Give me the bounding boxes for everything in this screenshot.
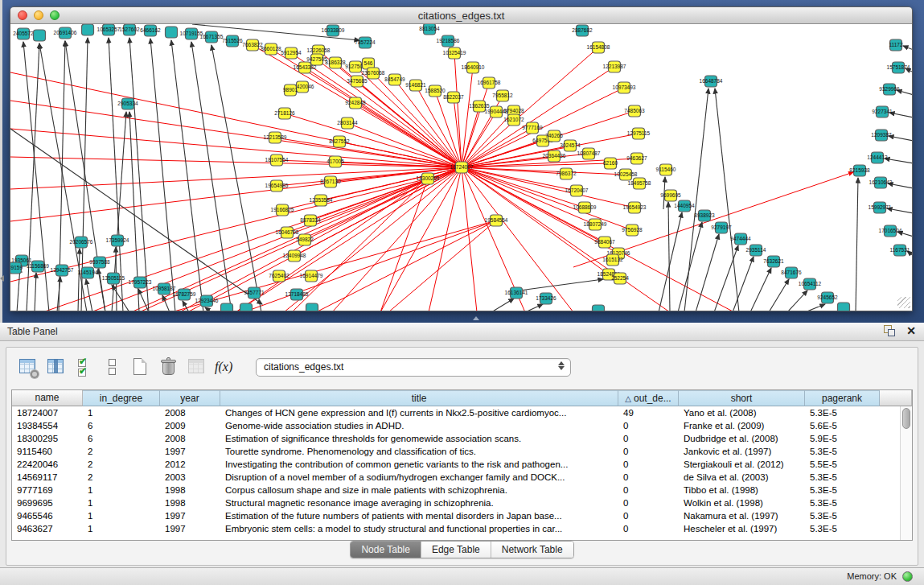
citation-edge-black[interactable] xyxy=(35,273,36,311)
graph-node[interactable]: 9474444 xyxy=(730,233,751,245)
citation-edge-red[interactable] xyxy=(462,167,626,175)
table-row[interactable]: 1938455462009Genome-wide association stu… xyxy=(12,419,900,432)
citation-edge-black[interactable] xyxy=(162,295,170,311)
left-splitter-strip[interactable] xyxy=(0,0,2,323)
graph-node[interactable]: 9463627 xyxy=(626,153,647,164)
graph-node[interactable] xyxy=(221,303,233,311)
graph-node[interactable]: 19218586 xyxy=(437,35,460,47)
graph-node[interactable]: 1167531 xyxy=(890,245,910,256)
citation-edge-black[interactable] xyxy=(805,304,825,311)
zoom-icon[interactable] xyxy=(50,10,60,20)
column-header-in_degree[interactable]: in_degree xyxy=(83,390,160,406)
graph-node[interactable]: 18807249 xyxy=(584,219,607,230)
graph-node[interactable]: 15992971 xyxy=(869,202,892,213)
column-header-title[interactable]: title xyxy=(220,390,618,406)
graph-node[interactable]: 1621072 xyxy=(503,114,524,126)
graph-node[interactable]: 7986372 xyxy=(556,168,577,179)
graph-node[interactable]: 16720407 xyxy=(565,185,589,196)
graph-node[interactable]: 62160 xyxy=(603,158,618,169)
graph-node[interactable]: 16033809 xyxy=(322,25,345,36)
citation-edge-black[interactable] xyxy=(525,304,543,311)
graph-node[interactable]: 19654985 xyxy=(265,180,289,192)
citation-edge-red[interactable] xyxy=(10,129,462,167)
citation-edge-black[interactable] xyxy=(787,290,807,311)
graph-node[interactable]: 9227341 xyxy=(872,106,893,117)
graph-node[interactable]: 39159 xyxy=(10,262,23,274)
citation-edge-black[interactable] xyxy=(856,178,858,311)
table-vertical-scrollbar[interactable] xyxy=(900,406,912,540)
citation-edge-black[interactable] xyxy=(696,234,719,311)
graph-node[interactable]: 9756928 xyxy=(622,225,643,236)
table-selector-dropdown[interactable]: citations_edges.txt xyxy=(256,358,571,377)
graph-node[interactable]: 11172 xyxy=(889,39,902,51)
graph-node[interactable]: 9329966 xyxy=(879,84,900,95)
graph-node[interactable]: 3475685 xyxy=(347,76,368,87)
graph-node[interactable]: 8878334 xyxy=(300,215,321,226)
graph-node[interactable]: 1209387 xyxy=(871,130,892,141)
citation-edge-black[interactable] xyxy=(903,46,913,50)
graph-node[interactable] xyxy=(240,303,253,311)
column-header-short[interactable]: short xyxy=(679,390,805,406)
scrollbar-thumb[interactable] xyxy=(902,408,910,429)
citation-edge-black[interactable] xyxy=(714,245,738,311)
citation-edge-black[interactable] xyxy=(78,249,80,311)
graph-node[interactable]: 16154808 xyxy=(587,42,610,53)
table-row[interactable]: 969969511998Structural magnetic resonanc… xyxy=(12,496,900,509)
graph-node[interactable]: 16914479 xyxy=(300,270,323,282)
graph-node[interactable]: 18640910 xyxy=(462,62,485,73)
graph-node[interactable]: 9242848 xyxy=(345,97,366,109)
graph-node[interactable]: 17957223 xyxy=(129,277,152,288)
graph-node[interactable]: 9115460 xyxy=(656,164,676,175)
table-row[interactable]: 1872400712008Changes of HCN gene express… xyxy=(12,406,900,419)
citation-edge-black[interactable] xyxy=(491,299,514,311)
tab-edge-table[interactable]: Edge Table xyxy=(421,542,491,558)
citation-edge-black[interactable] xyxy=(769,279,789,311)
graph-node[interactable]: 1588520 xyxy=(425,85,446,97)
graph-node[interactable]: 1615132 xyxy=(602,254,623,266)
graph-node[interactable]: 16671355 xyxy=(200,31,224,43)
citation-edge-red[interactable] xyxy=(332,167,462,311)
splitter-grip-icon[interactable] xyxy=(473,316,479,320)
citation-edge-black[interactable] xyxy=(885,159,913,163)
graph-node[interactable]: 16782759 xyxy=(173,289,196,300)
graph-node[interactable]: 8215938 xyxy=(849,165,870,176)
citation-edge-red[interactable] xyxy=(388,220,496,311)
graph-node[interactable]: 1527602 xyxy=(119,24,140,35)
graph-node[interactable]: 19654923 xyxy=(623,202,647,213)
citation-edge-black[interactable] xyxy=(205,307,211,311)
graph-node[interactable]: 16961758 xyxy=(478,77,501,89)
graph-node[interactable]: 10325419 xyxy=(443,47,466,59)
graph-node[interactable]: 11156869 xyxy=(27,261,49,272)
graph-node[interactable]: 252254 xyxy=(611,273,629,284)
graph-node[interactable]: 16648784 xyxy=(700,76,723,87)
citation-edge-black[interactable] xyxy=(519,279,603,290)
citation-edge-black[interactable] xyxy=(715,89,739,311)
tab-network-table[interactable]: Network Table xyxy=(491,542,573,558)
function-builder-icon[interactable]: f(x) xyxy=(215,356,239,377)
graph-node[interactable]: 17359924 xyxy=(106,235,129,246)
citation-edge-red[interactable] xyxy=(236,167,462,311)
column-header-out_de[interactable]: △out_de... xyxy=(618,390,679,406)
graph-node[interactable]: 3024574 xyxy=(560,140,581,151)
graph-node[interactable] xyxy=(306,303,318,311)
graph-node[interactable]: 2803144 xyxy=(337,117,358,129)
graph-node[interactable]: 6466162 xyxy=(140,25,161,36)
citation-edge-red[interactable] xyxy=(10,157,462,167)
graph-node[interactable]: 2887682 xyxy=(572,25,593,36)
graph-node[interactable]: 746266 xyxy=(545,130,563,142)
graph-node[interactable]: 8938923 xyxy=(694,210,715,221)
citation-edge-black[interactable] xyxy=(171,40,203,311)
collapse-arrow-icon[interactable] xyxy=(0,275,4,282)
delete-table-icon[interactable] xyxy=(158,356,179,377)
graph-node[interactable]: 417005 xyxy=(326,156,344,167)
table-row[interactable]: 911546021997Tourette syndrome. Phenomeno… xyxy=(12,445,900,458)
graph-node[interactable]: 8267130 xyxy=(320,176,341,187)
table-row[interactable]: 2242004622012Investigating the contribut… xyxy=(12,458,900,471)
canvas-resize-grip-icon[interactable] xyxy=(897,297,910,308)
table-row[interactable]: 946362711997Embryonic stem cells: a mode… xyxy=(12,522,900,535)
close-panel-icon[interactable]: ✕ xyxy=(906,325,916,336)
column-header-year[interactable]: year xyxy=(160,390,220,406)
graph-node[interactable]: 20206576 xyxy=(70,237,93,248)
citation-edge-black[interactable] xyxy=(668,202,670,311)
graph-node[interactable]: 2405572 xyxy=(13,28,34,39)
